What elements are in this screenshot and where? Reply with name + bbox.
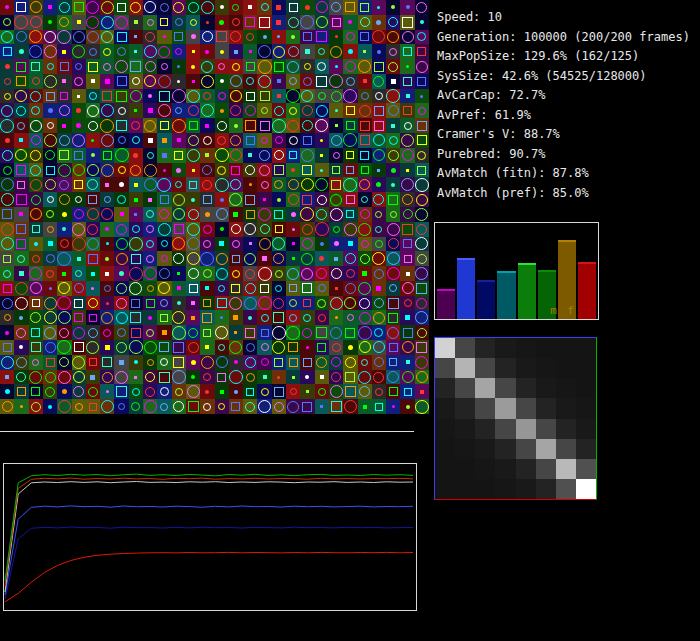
cell-glyph	[203, 299, 211, 307]
cell-glyph	[75, 270, 82, 277]
grid-cell	[14, 281, 28, 296]
grid-cell	[143, 207, 157, 222]
cell-glyph	[302, 224, 313, 235]
grid-cell	[200, 163, 214, 178]
cell-glyph	[245, 357, 256, 368]
grid-cell	[215, 251, 229, 266]
cell-glyph	[331, 401, 342, 412]
grid-cell	[315, 384, 329, 399]
heatmap-cell	[556, 479, 576, 499]
grid-cell	[114, 89, 128, 104]
grid-cell	[315, 296, 329, 311]
grid-cell	[0, 30, 14, 45]
cell-glyph	[219, 20, 224, 25]
heatmap-cell	[536, 459, 556, 479]
cell-glyph	[188, 401, 199, 412]
grid-cell	[343, 148, 357, 163]
cell-glyph	[1, 223, 14, 236]
grid-cell	[415, 118, 429, 133]
cell-glyph	[373, 134, 385, 146]
cell-glyph	[287, 120, 299, 132]
cell-glyph	[315, 178, 328, 191]
cell-glyph	[272, 119, 286, 133]
cell-glyph	[173, 2, 184, 13]
grid-cell	[243, 355, 257, 370]
grid-cell	[114, 340, 128, 355]
grid-cell	[157, 89, 171, 104]
cell-glyph	[5, 375, 9, 379]
heatmap-cell	[556, 419, 576, 439]
cell-glyph	[31, 106, 40, 115]
grid-cell	[143, 59, 157, 74]
grid-cell	[257, 251, 271, 266]
grid-cell	[57, 30, 71, 45]
cell-glyph	[220, 5, 224, 9]
cell-glyph	[275, 225, 283, 233]
cell-glyph	[146, 240, 154, 248]
bar-cap	[477, 280, 495, 282]
grid-cell	[129, 192, 143, 207]
cell-glyph	[189, 121, 198, 130]
cell-glyph	[62, 124, 66, 128]
cell-glyph	[373, 372, 384, 383]
grid-cell	[315, 399, 329, 414]
cell-glyph	[177, 80, 180, 83]
heatmap-cell	[556, 338, 576, 358]
grid-cell	[157, 355, 171, 370]
cell-glyph	[15, 297, 28, 310]
grid-cell	[186, 340, 200, 355]
heatmap-cell	[516, 479, 536, 499]
grid-cell	[100, 177, 114, 192]
grid-cell	[329, 59, 343, 74]
cell-glyph	[291, 35, 295, 39]
cell-glyph	[74, 77, 83, 86]
population-grid[interactable]	[0, 0, 429, 414]
cell-glyph	[103, 329, 111, 337]
cell-glyph	[402, 224, 413, 235]
cell-glyph	[17, 122, 25, 130]
grid-cell	[114, 355, 128, 370]
grid-cell	[43, 118, 57, 133]
cell-glyph	[320, 169, 323, 172]
cell-glyph	[275, 136, 283, 144]
grid-cell	[229, 0, 243, 15]
grid-cell	[186, 281, 200, 296]
cell-glyph	[119, 182, 124, 187]
cell-glyph	[105, 183, 109, 187]
cell-glyph	[216, 253, 228, 265]
grid-cell	[200, 251, 214, 266]
grid-cell	[257, 222, 271, 237]
grid-cell	[257, 133, 271, 148]
grid-cell	[100, 30, 114, 45]
grid-cell	[215, 148, 229, 163]
cell-glyph	[316, 209, 327, 220]
cell-glyph	[187, 237, 200, 250]
cell-glyph	[417, 135, 427, 145]
cell-glyph	[187, 90, 200, 103]
grid-cell	[29, 0, 43, 15]
cell-glyph	[203, 373, 211, 381]
grid-cell	[229, 251, 243, 266]
cell-glyph	[361, 359, 368, 366]
cell-glyph	[30, 282, 42, 294]
cell-glyph	[145, 61, 156, 72]
cell-glyph	[387, 327, 399, 339]
cell-glyph	[375, 403, 383, 411]
grid-cell	[200, 15, 214, 30]
cell-glyph	[175, 107, 182, 114]
grid-cell	[272, 340, 286, 355]
grid-cell	[86, 192, 100, 207]
cell-glyph	[58, 400, 71, 413]
cell-glyph	[14, 15, 28, 29]
cell-glyph	[292, 228, 295, 231]
grid-cell	[14, 207, 28, 222]
heatmap-cell	[475, 358, 495, 378]
grid-cell	[243, 192, 257, 207]
grid-cell	[86, 74, 100, 89]
cell-glyph	[277, 79, 281, 83]
cell-glyph	[59, 194, 70, 205]
grid-cell	[72, 133, 86, 148]
grid-cell	[172, 237, 186, 252]
cell-glyph	[348, 241, 353, 246]
grid-cell	[243, 0, 257, 15]
